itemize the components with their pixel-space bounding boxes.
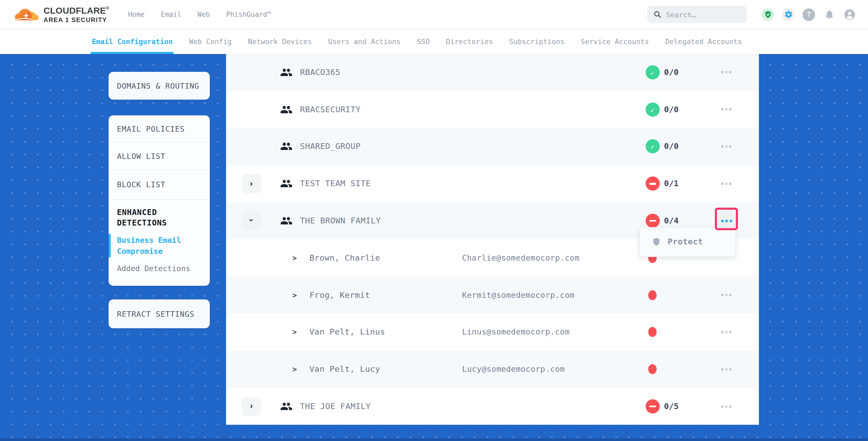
brand-name: CLOUDFLARE — [43, 5, 106, 15]
top-nav-phishguard[interactable]: PhishGuard™ — [226, 10, 271, 18]
member-count: 0/5 — [664, 402, 679, 411]
row-menu-button[interactable] — [717, 286, 736, 305]
tab-subscriptions[interactable]: Subscriptions — [509, 29, 564, 54]
check-icon — [650, 67, 655, 77]
group-name: RBACO365 — [300, 68, 340, 77]
section-tabs: Email Configuration Web Config Network D… — [0, 29, 868, 54]
expand-group-button[interactable] — [242, 397, 261, 416]
member-name: Van Pelt, Linus — [309, 327, 385, 337]
sidebar-item-business-email-compromise[interactable]: Business Email Compromise — [108, 235, 198, 256]
shield-icon — [652, 237, 661, 247]
member-expand-chevron[interactable] — [292, 254, 297, 262]
member-count: 0/1 — [664, 179, 679, 189]
member-expand-chevron[interactable] — [292, 365, 297, 374]
sidebar-item-label: RETRACT SETTINGS — [117, 310, 194, 318]
minus-icon — [649, 183, 656, 185]
tab-delegated-accounts[interactable]: Delegated Accounts — [665, 29, 742, 54]
row-menu-button[interactable] — [717, 137, 736, 156]
cloudflare-cloud-icon — [15, 6, 39, 22]
sidebar-item-label: DOMAINS & ROUTING — [117, 82, 199, 90]
member-email: Kermit@somedemocorp.com — [462, 290, 575, 300]
top-navigation: Home Email Web PhishGuard™ — [128, 10, 271, 18]
sidebar-policies-card: EMAIL POLICIES ALLOW LIST BLOCK LIST ENH… — [108, 115, 210, 286]
row-menu-button[interactable] — [717, 175, 736, 193]
collapse-group-button[interactable] — [242, 211, 261, 230]
tab-email-configuration[interactable]: Email Configuration — [92, 29, 173, 54]
top-nav-home[interactable]: Home — [128, 10, 145, 18]
table-row-group: TEST TEAM SITE 0/1 — [226, 165, 759, 202]
user-profile-icon[interactable] — [843, 8, 856, 21]
tab-network-devices[interactable]: Network Devices — [248, 29, 312, 54]
row-menu-button[interactable] — [717, 360, 736, 379]
status-dot-red — [648, 290, 657, 300]
groups-table: RBACO365 0/0 RBACSECURITY 0/0 SHARED_GRO… — [226, 54, 759, 425]
top-nav-web[interactable]: Web — [197, 10, 210, 18]
app-header: CLOUDFLARE® AREA 1 SECURITY Home Email W… — [0, 0, 868, 29]
registered-mark: ® — [106, 5, 109, 10]
status-ok-badge — [645, 102, 659, 117]
member-count: 0/4 — [664, 216, 679, 225]
cloudflare-logo[interactable]: CLOUDFLARE® AREA 1 SECURITY — [15, 6, 109, 23]
table-row-group: RBACSECURITY 0/0 — [226, 91, 759, 128]
tab-sso[interactable]: SSO — [417, 29, 430, 54]
sidebar-item-email-policies[interactable]: EMAIL POLICIES — [108, 115, 210, 142]
status-ok-badge — [645, 139, 659, 154]
sidebar-item-added-detections[interactable]: Added Detections — [108, 263, 202, 274]
group-members-icon — [280, 215, 292, 227]
status-ok-badge — [645, 65, 659, 80]
tab-web-config[interactable]: Web Config — [189, 29, 232, 54]
sidebar-item-label: Business Email Compromise — [117, 236, 181, 255]
status-dot-red — [648, 365, 657, 374]
sidebar-item-allow-list[interactable]: ALLOW LIST — [108, 143, 210, 169]
tab-directories[interactable]: Directories — [446, 29, 493, 54]
status-blocked-badge — [645, 214, 659, 228]
member-expand-chevron[interactable] — [292, 291, 297, 299]
member-expand-chevron[interactable] — [292, 328, 297, 336]
member-count: 0/0 — [664, 142, 679, 151]
brand-text: CLOUDFLARE® AREA 1 SECURITY — [43, 6, 109, 23]
row-menu-button[interactable] — [717, 323, 736, 342]
status-blocked-badge — [645, 177, 659, 191]
help-icon[interactable] — [802, 8, 815, 21]
notifications-bell-icon[interactable] — [823, 8, 835, 21]
group-name: RBACSECURITY — [300, 105, 361, 114]
group-members-icon — [280, 140, 292, 153]
sidebar-item-domains-routing[interactable]: DOMAINS & ROUTING — [108, 72, 210, 100]
table-row-member: Frog, Kermit Kermit@somedemocorp.com — [226, 277, 759, 314]
group-members-icon — [280, 178, 292, 190]
group-name: THE JOE FAMILY — [300, 402, 371, 411]
member-name: Brown, Charlie — [309, 253, 380, 263]
sidebar-item-block-list[interactable]: BLOCK LIST — [108, 170, 210, 199]
table-row-group: RBACO365 0/0 — [226, 54, 759, 91]
check-icon — [650, 104, 655, 114]
row-menu-button[interactable] — [717, 100, 736, 119]
table-row-group: THE JOE FAMILY 0/5 — [226, 388, 759, 425]
enhanced-detections-section: ENHANCED DETECTIONS Business Email Compr… — [108, 200, 210, 283]
brand-subtitle: AREA 1 SECURITY — [43, 17, 109, 23]
group-name: SHARED_GROUP — [300, 142, 361, 151]
page: CLOUDFLARE® AREA 1 SECURITY Home Email W… — [0, 0, 868, 441]
member-email: Charlie@somedemocorp.com — [462, 253, 580, 263]
minus-icon — [649, 406, 656, 407]
member-count: 0/0 — [664, 105, 679, 114]
row-menu-button[interactable] — [717, 397, 736, 416]
search-input[interactable] — [666, 10, 741, 19]
search-box[interactable] — [647, 6, 747, 23]
chevron-down-icon — [247, 219, 255, 222]
sidebar-item-retract-settings[interactable]: RETRACT SETTINGS — [108, 300, 210, 328]
menu-item-protect[interactable]: Protect — [668, 237, 703, 247]
tab-service-accounts[interactable]: Service Accounts — [581, 29, 649, 54]
shield-check-icon[interactable] — [762, 8, 774, 21]
tab-users-and-actions[interactable]: Users and Actions — [328, 29, 400, 54]
member-email: Lucy@somedemocorp.com — [462, 365, 565, 374]
table-row-member: Van Pelt, Linus Linus@somedemocorp.com — [226, 314, 759, 351]
settings-gear-icon[interactable] — [782, 8, 795, 21]
header-status-icons — [762, 8, 856, 21]
status-dot-red — [648, 327, 657, 337]
sidebar-item-enhanced-detections[interactable]: ENHANCED DETECTIONS — [108, 207, 187, 228]
expand-group-button[interactable] — [242, 174, 261, 193]
row-menu-button[interactable] — [717, 63, 736, 82]
status-blocked-badge — [645, 399, 659, 413]
top-nav-email[interactable]: Email — [161, 10, 181, 18]
member-name: Frog, Kermit — [309, 290, 370, 300]
